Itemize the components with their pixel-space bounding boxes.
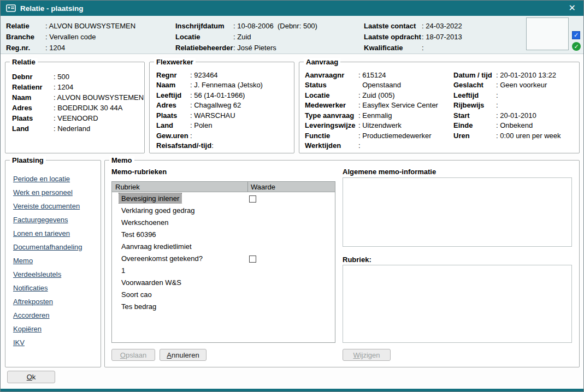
field-label: Inschrijfdatum [175,22,233,30]
summary-col-laatste: Laatste contact: 24-03-2022 Laatste opdr… [364,20,462,53]
memo-rubrieken-table: Rubriek Waarde Bevesiging inlener Verkla… [111,181,335,343]
field-label: Start [453,111,496,120]
field-value: : Vervallen code [45,33,96,41]
algemene-memo-textarea[interactable] [343,177,572,247]
flexwerker-groupbox: Flexwerker Regnr: 923464 Naam: J. Fennem… [149,62,294,153]
nav-link-verdeelsleutels[interactable]: Verdeelsleutels [13,270,93,279]
field-value: : Zuid (005) [358,91,394,99]
rubriek-label[interactable]: 1 [119,265,127,275]
column-header-waarde: Waarde [247,182,335,192]
field-label: Medewerker [305,101,358,109]
field-label: Regnr [156,71,190,79]
field-value: : ALVON BOUWSYSTEMEN [54,93,144,102]
nav-link-ikv[interactable]: IKV [13,338,93,347]
field-label: Gew.uren [156,132,190,140]
table-row[interactable]: 1 [112,264,335,276]
algemene-memo-label: Algemene memo-informatie [343,168,436,176]
relation-card-icon [6,4,16,12]
field-value: : 20-01-2010 [496,111,536,120]
nav-link-notificaties[interactable]: Notificaties [13,284,93,293]
field-value: : 10-08-2006 (Debnr: 500) [233,22,317,30]
groupbox-title: Memo [109,156,134,164]
nav-link-memo[interactable]: Memo [13,257,93,265]
field-value: : J. Fennemaa (Jetsko) [190,81,263,89]
table-row[interactable]: Overeenkomst getekend? [112,252,335,264]
table-row[interactable]: Voorwaarden W&S [112,276,335,288]
rubriek-label[interactable]: Aanvraag kredietlimiet [119,241,194,251]
rubriek-label[interactable]: Test 60396 [119,229,158,239]
opslaan-button[interactable]: Opslaan [111,349,155,361]
nav-link-accorderen[interactable]: Accorderen [13,311,93,320]
waarde-checkbox[interactable] [249,195,256,203]
table-row[interactable]: Werkschoenen [112,216,335,228]
rubriek-label[interactable]: Verklaring goed gedrag [119,205,197,215]
rubriek-label[interactable]: Werkschoenen [119,217,170,227]
field-label: Leeftijd [453,91,496,99]
field-label: Kwalificatie [364,44,422,52]
table-row[interactable]: Test 60396 [112,228,335,240]
nav-link-documentafhandeling[interactable]: Documentafhandeling [13,243,93,252]
rubriek-label[interactable]: Soort cao [119,289,154,299]
field-value: : 923464 [190,71,218,79]
table-row[interactable]: Bevesiging inlener [112,192,335,204]
field-label: Leveringswijze [305,121,358,129]
relatie-groupbox: Relatie Debnr: 500 Relatienr: 1204 Naam:… [5,62,145,153]
field-label: Rijbewijs [453,101,496,109]
field-value: : 615124 [358,71,386,79]
bottom-accent-bar [1,389,583,392]
nav-link-periode-en-locatie[interactable]: Periode en locatie [13,175,93,183]
field-value: : [190,132,192,140]
field-label: Laatste opdracht [364,33,422,41]
field-label: Type aanvraag [305,111,358,120]
photo-placeholder [526,17,569,50]
title-bar: Relatie - plaatsing ✕ [1,1,583,16]
nav-link-factuurgegevens[interactable]: Factuurgegevens [13,216,93,224]
rubriek-label[interactable]: Bevesiging inlener [119,193,181,203]
nav-link-kopieren[interactable]: Kopiëren [13,325,93,334]
rubriek-label-heading: Rubriek: [343,256,371,264]
field-value: : Productiemedewerker [358,132,432,140]
field-label: Geslacht [453,81,496,89]
table-row[interactable]: Aanvraag kredietlimiet [112,240,335,252]
table-row[interactable]: Tes bedrag [112,300,335,312]
rubriek-label[interactable]: Voorwaarden W&S [119,277,184,287]
field-value: : ALVON BOUWSYSTEMEN [45,22,135,30]
field-label: Naam [156,81,190,89]
rubriek-memo-textarea[interactable] [343,265,572,343]
field-value: : [211,141,214,150]
relatie-plaatsing-dialog: Relatie - plaatsing ✕ Relatie: ALVON BOU… [0,0,584,392]
field-value: : 1204 [54,83,73,91]
field-label: Land [12,124,54,133]
field-label: Adres [12,104,54,112]
field-value: : Uitzendwerk [358,121,402,129]
field-value: : [422,44,424,52]
nav-link-lonen-en-tarieven[interactable]: Lonen en tarieven [13,229,93,238]
field-value: : 24-03-2022 [422,22,462,30]
field-value: Openstaand [358,81,401,89]
close-icon[interactable]: ✕ [567,4,578,13]
groupbox-title: Flexwerker [154,58,196,66]
field-value: : 18-07-2013 [422,33,462,41]
field-label: Datum / tijd [453,71,496,79]
field-value: : 56 (14-01-1966) [190,91,245,99]
field-value: : VEENOORD [54,114,98,122]
checked-checkbox-icon[interactable]: ✓ [572,31,580,39]
waarde-checkbox[interactable] [249,256,256,263]
wijzigen-button[interactable]: Wijzigen [343,349,391,361]
nav-link-werk-en-personeel[interactable]: Werk en personeel [13,188,93,197]
field-label: Laatste contact [364,22,422,30]
table-row[interactable]: Soort cao [112,288,335,300]
rubriek-label[interactable]: Tes bedrag [119,301,158,311]
field-value: : WARSCHAU [190,111,235,120]
rubriek-label[interactable]: Overeenkomst getekend? [119,253,205,263]
summary-col-relatie: Relatie: ALVON BOUWSYSTEMEN Branche: Ver… [6,20,135,53]
window-title: Relatie - plaatsing [20,4,84,13]
groupbox-title: Aanvraag [304,58,340,66]
field-value: : Chagallweg 62 [190,101,241,109]
ok-button[interactable]: Ok [7,371,55,383]
nav-link-aftrekposten[interactable]: Aftrekposten [13,298,93,306]
nav-link-vereiste-documenten[interactable]: Vereiste documenten [13,202,93,211]
table-row[interactable]: Verklaring goed gedrag [112,204,335,216]
column-header-rubriek: Rubriek [112,183,247,191]
annuleren-button[interactable]: Annuleren [160,349,207,361]
